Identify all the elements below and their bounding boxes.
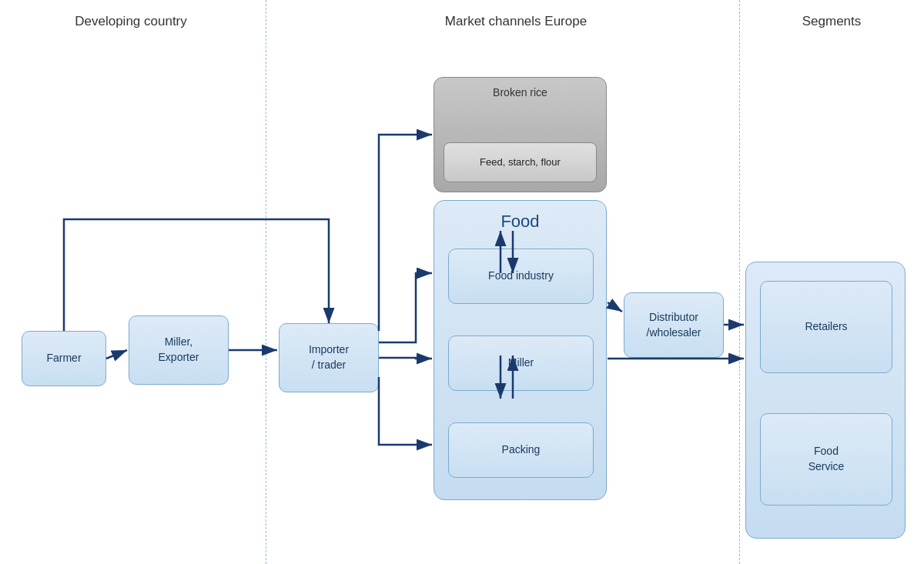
svg-line-8 [608,302,622,312]
feed-starch-label: Feed, starch, flour [480,155,561,169]
miller-exporter-box: Miller, Exporter [129,315,229,385]
food-industry-label: Food industry [488,269,554,284]
segments-container: Retailers Food Service [745,262,906,539]
farmer-label: Farmer [46,351,81,366]
distributor-label: Distributor /wholesaler [647,310,701,340]
miller-label: Miller [508,355,534,371]
svg-line-2 [106,350,127,359]
importer-trader-box: Importer / trader [279,323,379,392]
food-container: Food Food industry Miller Packing [434,200,607,500]
miller-box: Miller [448,335,594,391]
retailers-label: Retailers [805,319,847,335]
broken-rice-label: Broken rice [434,85,606,101]
feed-starch-box: Feed, starch, flour [444,142,597,182]
section-market-channels: Market channels Europe [293,14,739,29]
diagram-container: Developing country Market channels Europ… [0,0,924,564]
retailers-box: Retailers [760,281,892,373]
distributor-box: Distributor /wholesaler [624,292,724,358]
section-segments: Segments [751,14,912,29]
packing-label: Packing [502,442,541,458]
divider-2 [739,0,740,564]
food-label: Food [434,212,606,232]
food-industry-box: Food industry [448,249,594,304]
broken-rice-box: Broken rice Feed, starch, flour [434,77,607,192]
importer-trader-label: Importer / trader [309,342,349,372]
divider-1 [266,0,266,564]
packing-box: Packing [448,422,594,478]
section-developing-country: Developing country [23,14,239,29]
food-service-label: Food Service [808,444,845,474]
farmer-box: Farmer [22,331,106,386]
food-service-box: Food Service [760,413,892,506]
miller-exporter-label: Miller, Exporter [159,335,199,365]
